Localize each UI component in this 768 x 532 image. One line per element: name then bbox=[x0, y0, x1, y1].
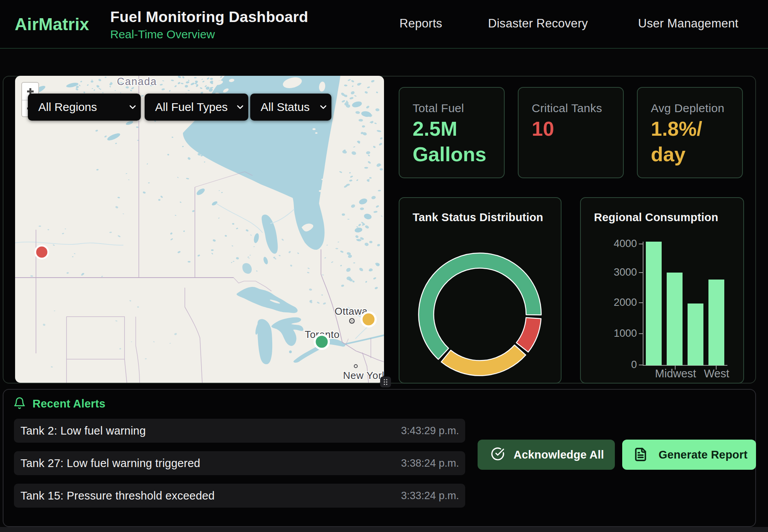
svg-text:New York: New York bbox=[343, 370, 384, 381]
svg-text:Canada: Canada bbox=[117, 76, 157, 87]
